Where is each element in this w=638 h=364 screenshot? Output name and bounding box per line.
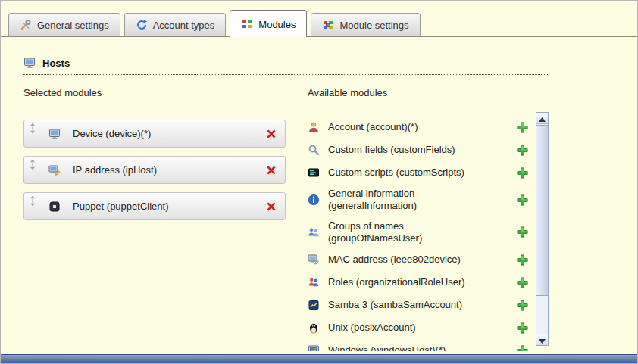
available-module-account-account: Account (account)(*): [308, 120, 529, 135]
selected-modules-list: Device (device)(*) IP address (ipHost): [23, 120, 286, 220]
scrollbar[interactable]: [536, 112, 549, 346]
available-modules-column: Available modules Account (account)(*): [308, 87, 549, 351]
delete-icon: [265, 167, 277, 179]
ip-host-icon: [48, 164, 61, 176]
tab-general-settings[interactable]: General settings: [8, 13, 120, 36]
unix-icon: [308, 322, 321, 334]
section-title: Hosts: [42, 58, 70, 69]
add-module-button[interactable]: [516, 194, 529, 207]
plus-icon: [516, 257, 529, 269]
magnifier-icon: [308, 144, 321, 156]
plus-icon: [516, 170, 529, 182]
add-module-button[interactable]: [516, 144, 529, 157]
module-label: General information (generalInformation): [328, 188, 489, 213]
hosts-icon: [23, 57, 36, 69]
module-label: Unix (posixAccount): [328, 322, 489, 334]
available-module-groups-of-names-groupofnamesuser: Groups of names (groupOfNamesUser): [308, 220, 529, 245]
available-modules-heading: Available modules: [308, 87, 549, 98]
add-module-button[interactable]: [516, 322, 529, 334]
plus-icon: [516, 229, 529, 241]
module-label: Samba 3 (sambaSamAccount): [328, 299, 489, 311]
content-area: Hosts Selected modules Device (device)(*…: [1, 37, 637, 351]
add-module-button[interactable]: [516, 254, 529, 266]
add-module-button[interactable]: [516, 344, 529, 352]
script-icon: [308, 166, 321, 179]
roles-icon: [308, 276, 321, 288]
delete-icon: [265, 131, 277, 142]
module-label: Puppet (puppetClient): [73, 201, 168, 212]
add-module-button[interactable]: [516, 276, 529, 289]
available-module-samba-3-sambasamaccount: Samba 3 (sambaSamAccount): [308, 297, 529, 313]
delete-icon: [265, 204, 277, 215]
plus-icon: [516, 198, 529, 209]
module-label: Account (account)(*): [328, 121, 489, 133]
refresh-icon: [136, 19, 148, 31]
mac-icon: [308, 254, 321, 266]
windows-icon: [308, 344, 321, 351]
scroll-up-button[interactable]: [536, 113, 548, 124]
module-label: Groups of names (groupOfNamesUser): [328, 220, 489, 245]
modules-icon: [241, 18, 253, 30]
selected-modules-heading: Selected modules: [23, 87, 286, 98]
available-module-roles-organizationalroleuser: Roles (organizationalRoleUser): [308, 275, 529, 290]
add-module-button[interactable]: [516, 226, 529, 238]
scroll-down-button[interactable]: [536, 334, 548, 345]
account-icon: [308, 121, 321, 133]
plus-icon: [516, 325, 529, 337]
samba-icon: [308, 299, 321, 311]
available-module-custom-scripts-customscripts: Custom scripts (customScripts): [308, 165, 529, 180]
tab-label: Account types: [153, 20, 215, 31]
tab-label: General settings: [37, 20, 109, 31]
tab-modules[interactable]: Modules: [230, 10, 307, 37]
available-modules-wrap: Account (account)(*) Custom fields (cust…: [308, 120, 549, 351]
plus-icon: [516, 125, 529, 136]
arrow-up-icon: [539, 111, 546, 125]
module-label: Roles (organizationalRoleUser): [328, 276, 489, 288]
remove-module-button[interactable]: [265, 164, 277, 176]
module-label: Custom scripts (customScripts): [328, 166, 489, 179]
selected-module-device-device: Device (device)(*): [23, 120, 286, 148]
plus-icon: [516, 348, 529, 352]
module-columns: Selected modules Device (device)(*): [23, 87, 637, 351]
plus-icon: [516, 280, 529, 291]
wrench-icon: [20, 19, 32, 31]
module-label: Windows (windowsHost)(*): [328, 344, 489, 351]
add-module-button[interactable]: [516, 299, 529, 312]
tab-account-types[interactable]: Account types: [124, 13, 227, 36]
device-icon: [48, 128, 61, 140]
remove-module-button[interactable]: [265, 128, 277, 140]
tab-module-settings[interactable]: Module settings: [311, 13, 420, 36]
available-module-mac-address-ieee802device: MAC address (ieee802device): [308, 252, 529, 267]
add-module-button[interactable]: [516, 166, 529, 179]
selected-module-ip-address-iphost: IP address (ipHost): [23, 156, 286, 184]
lam-configuration-page: General settings Account types Modules M…: [0, 0, 638, 364]
add-module-button[interactable]: [516, 121, 529, 134]
group-icon: [308, 226, 321, 238]
available-modules-list: Account (account)(*) Custom fields (cust…: [308, 120, 529, 351]
info-icon: [308, 194, 321, 206]
arrow-down-icon: [539, 333, 546, 347]
drag-handle-icon[interactable]: [29, 159, 36, 170]
tab-bar: General settings Account types Modules M…: [1, 1, 637, 37]
tab-label: Modules: [258, 19, 296, 30]
puppet-icon: [48, 201, 61, 213]
module-label: Device (device)(*): [73, 128, 151, 139]
section-header: Hosts: [23, 57, 548, 75]
bottom-bar: [1, 354, 637, 363]
module-label: Custom fields (customFields): [328, 144, 489, 156]
selected-modules-column: Selected modules Device (device)(*): [23, 87, 286, 351]
available-module-custom-fields-customfields: Custom fields (customFields): [308, 142, 529, 157]
available-module-windows-windowshost: Windows (windowsHost)(*): [308, 343, 529, 351]
scrollbar-thumb[interactable]: [536, 125, 548, 296]
selected-module-puppet-puppetclient: Puppet (puppetClient): [23, 192, 286, 220]
drag-handle-icon[interactable]: [29, 195, 36, 207]
module-label: MAC address (ieee802device): [328, 254, 489, 266]
available-module-unix-posixaccount: Unix (posixAccount): [308, 320, 529, 335]
plus-icon: [516, 148, 529, 159]
remove-module-button[interactable]: [265, 201, 277, 213]
available-module-general-information-generalinformation: General information (generalInformation): [308, 188, 529, 213]
drag-handle-icon[interactable]: [29, 123, 36, 134]
module-settings-icon: [322, 19, 334, 31]
tab-label: Module settings: [339, 20, 408, 31]
module-label: IP address (ipHost): [73, 164, 157, 176]
